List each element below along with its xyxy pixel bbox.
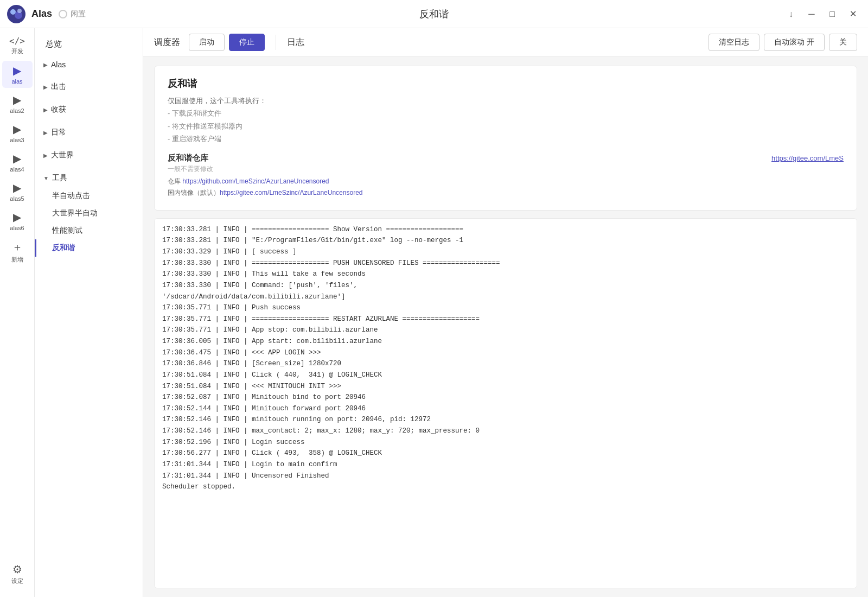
nav-sidebar: 总览 ▶ Alas ▶ 出击 ▶ 收获 ▶ 日: [35, 28, 143, 597]
nav-child-anti-harmony[interactable]: 反和谐: [35, 239, 143, 257]
app-name: Alas: [31, 8, 52, 20]
log-line: 17:30:33.281 | INFO | ==================…: [162, 224, 849, 236]
info-section-header: 反和谐仓库 https://gitee.com/LmeS: [168, 153, 844, 163]
info-card-title: 反和谐: [168, 77, 844, 90]
log-line: 17:30:35.771 | INFO | App stop: com.bili…: [162, 325, 849, 336]
log-panel: 17:30:33.281 | INFO | ==================…: [154, 218, 857, 588]
info-section-link[interactable]: https://gitee.com/LmeS: [771, 154, 844, 162]
toolbar-right: 清空日志 自动滚动 开 关: [709, 34, 857, 51]
nav-child-semi-auto-click[interactable]: 半自动点击: [35, 187, 143, 205]
download-button[interactable]: ↓: [782, 5, 800, 23]
log-line: 17:30:51.084 | INFO | <<< MINITOUCH INIT…: [162, 381, 849, 392]
add-label: 新增: [11, 256, 23, 264]
info-card: 反和谐 仅国服使用，这个工具将执行： - 下载反和谐文件 - 将文件推送至模拟器…: [154, 66, 857, 211]
arrow-icon-world: ▶: [43, 153, 48, 158]
nav-group-world: ▶ 大世界: [35, 144, 143, 167]
alas4-label: alas4: [10, 166, 24, 173]
nav-group-harvest: ▶ 收获: [35, 98, 143, 121]
nav-child-perf-test[interactable]: 性能测试: [35, 222, 143, 239]
log-line: 17:30:33.330 | INFO | Command: ['push', …: [162, 280, 849, 291]
arrow-icon-tools: ▼: [43, 175, 49, 181]
sidebar-item-settings[interactable]: ⚙ 设定: [2, 560, 33, 588]
nav-group-alas: ▶ Alas: [35, 54, 143, 75]
titlebar-center-title: 反和谐: [86, 8, 782, 21]
nav-group-tools-header[interactable]: ▼ 工具: [35, 169, 143, 187]
close-log-button[interactable]: 关: [829, 34, 857, 51]
log-line: Scheduler stopped.: [162, 481, 849, 493]
status-circle: [59, 10, 67, 18]
log-line: 17:30:35.771 | INFO | Push success: [162, 302, 849, 314]
nav-group-attack-label: 出击: [51, 82, 66, 92]
nav-group-world-label: 大世界: [51, 150, 74, 160]
nav-group-tools: ▼ 工具 半自动点击 大世界半自动 性能测试 反和谐: [35, 167, 143, 259]
close-button[interactable]: ✕: [844, 5, 861, 23]
log-line: 17:30:51.084 | INFO | Click ( 440, 341) …: [162, 370, 849, 381]
nav-group-harvest-header[interactable]: ▶ 收获: [35, 100, 143, 119]
main-content: 调度器 启动 停止 日志 清空日志 自动滚动 开 关 反和谐 仅国服使用，这个工…: [143, 28, 868, 597]
sidebar-item-add[interactable]: ＋ 新增: [2, 237, 33, 267]
info-desc-item-1: - 下载反和谐文件: [168, 109, 221, 117]
log-label: 日志: [287, 37, 304, 48]
info-card-desc: 仅国服使用，这个工具将执行： - 下载反和谐文件 - 将文件推送至模拟器内 - …: [168, 94, 844, 145]
scheduler-section: 调度器 启动 停止: [154, 34, 265, 51]
status-label: 闲置: [71, 9, 86, 19]
sidebar-item-dev[interactable]: </> 开发: [2, 33, 33, 59]
log-line: 17:30:33.330 | INFO | This will take a f…: [162, 269, 849, 280]
start-button[interactable]: 启动: [189, 34, 225, 51]
nav-group-world-header[interactable]: ▶ 大世界: [35, 146, 143, 164]
log-line: 17:30:36.005 | INFO | App start: com.bil…: [162, 336, 849, 347]
app-logo: [7, 4, 26, 24]
sidebar-item-alas3[interactable]: ▶ alas3: [2, 119, 33, 147]
info-section-title: 反和谐仓库: [168, 153, 208, 163]
sidebar-item-alas2[interactable]: ▶ alas2: [2, 90, 33, 117]
log-line: 17:30:52.144 | INFO | Minitouch forward …: [162, 403, 849, 415]
nav-group-alas-label: Alas: [51, 60, 66, 69]
dev-icon: </>: [9, 36, 25, 46]
nav-child-world-semi-auto[interactable]: 大世界半自动: [35, 205, 143, 222]
dev-label: 开发: [11, 47, 23, 55]
info-repo-section: 反和谐仓库 https://gitee.com/LmeS 一般不需要修改 仓库 …: [168, 153, 844, 199]
sidebar-item-alas[interactable]: ▶ alas: [2, 61, 33, 88]
clear-log-button[interactable]: 清空日志: [709, 34, 760, 51]
nav-group-alas-header[interactable]: ▶ Alas: [35, 56, 143, 73]
maximize-button[interactable]: □: [824, 5, 841, 23]
log-content[interactable]: 17:30:33.281 | INFO | ==================…: [155, 219, 857, 588]
log-line: 17:30:36.475 | INFO | <<< APP LOGIN >>>: [162, 347, 849, 359]
log-section: 日志: [287, 37, 304, 48]
log-line: 17:31:01.344 | INFO | Uncensored Finishe…: [162, 471, 849, 482]
auto-scroll-button[interactable]: 自动滚动 开: [764, 34, 825, 51]
settings-label: 设定: [11, 577, 23, 585]
sidebar-item-alas5[interactable]: ▶ alas5: [2, 178, 33, 205]
nav-group-daily-label: 日常: [51, 128, 66, 137]
nav-group-attack: ▶ 出击: [35, 75, 143, 98]
play-icon-4: ▶: [13, 152, 21, 165]
minimize-button[interactable]: ─: [803, 5, 820, 23]
nav-group-attack-header[interactable]: ▶ 出击: [35, 78, 143, 96]
log-line: 17:30:52.146 | INFO | minitouch running …: [162, 414, 849, 425]
log-line: 17:30:36.846 | INFO | [Screen_size] 1280…: [162, 358, 849, 370]
page-body: 反和谐 仅国服使用，这个工具将执行： - 下载反和谐文件 - 将文件推送至模拟器…: [143, 57, 868, 597]
log-line: 17:30:33.329 | INFO | [ success ]: [162, 246, 849, 258]
add-icon: ＋: [12, 240, 23, 255]
stop-button[interactable]: 停止: [229, 34, 265, 51]
log-line: 17:30:52.087 | INFO | Minitouch bind to …: [162, 392, 849, 403]
titlebar: Alas 闲置 反和谐 ↓ ─ □ ✕: [0, 0, 868, 28]
play-icon-6: ▶: [13, 211, 21, 224]
alas5-label: alas5: [10, 195, 24, 202]
nav-group-harvest-label: 收获: [51, 105, 66, 115]
sidebar-item-alas4[interactable]: ▶ alas4: [2, 149, 33, 176]
info-desc-item-3: - 重启游戏客户端: [168, 135, 221, 143]
nav-group-daily-header[interactable]: ▶ 日常: [35, 123, 143, 142]
sidebar-item-alas6[interactable]: ▶ alas6: [2, 207, 33, 234]
play-icon-3: ▶: [13, 123, 21, 136]
svg-point-3: [17, 9, 22, 13]
alas3-label: alas3: [10, 137, 24, 143]
log-line: 17:30:52.196 | INFO | Login success: [162, 437, 849, 448]
info-desc-item-2: - 将文件推送至模拟器内: [168, 122, 242, 130]
log-line: 17:30:52.146 | INFO | max_contact: 2; ma…: [162, 425, 849, 437]
info-section-sub: 一般不需要修改: [168, 164, 844, 174]
nav-overview[interactable]: 总览: [35, 35, 143, 54]
info-section-links: 仓库 https://github.com/LmeSzinc/AzurLaneU…: [168, 176, 844, 199]
alas2-label: alas2: [10, 107, 24, 114]
arrow-icon-alas: ▶: [43, 62, 48, 68]
